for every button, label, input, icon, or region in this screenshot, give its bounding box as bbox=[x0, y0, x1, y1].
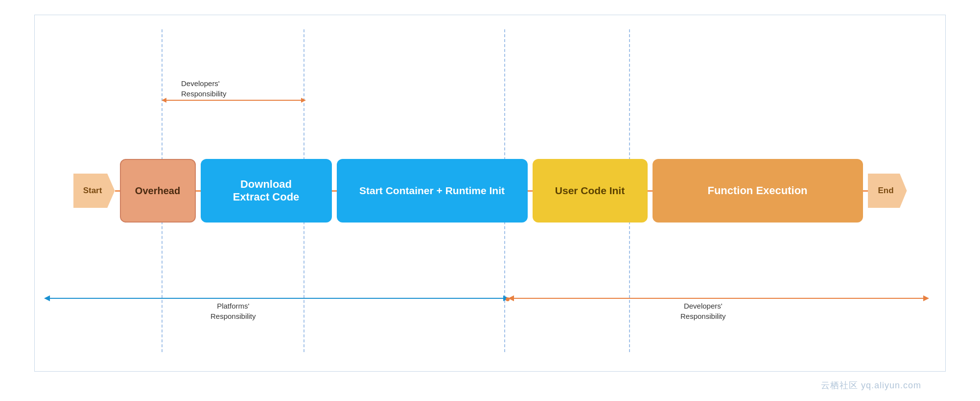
svg-marker-8 bbox=[923, 295, 929, 301]
border-top bbox=[34, 15, 946, 15]
connector-1 bbox=[115, 190, 120, 192]
connector-4 bbox=[528, 190, 533, 192]
connector-5 bbox=[648, 190, 653, 192]
bottom-developers-label: Developers' Responsibility bbox=[680, 301, 726, 321]
box-container: Start Container + Runtime Init bbox=[337, 159, 528, 223]
svg-marker-2 bbox=[301, 98, 306, 103]
diagram-container: Developers' Responsibility Start Overhea… bbox=[0, 0, 980, 401]
border-bottom bbox=[34, 371, 946, 372]
box-overhead: Overhead bbox=[120, 159, 196, 223]
start-arrow: Start bbox=[73, 174, 115, 208]
connector-6 bbox=[863, 190, 868, 192]
box-download: Download Extract Code bbox=[201, 159, 332, 223]
flow-row: Start Overhead Download Extract Code Sta… bbox=[0, 159, 980, 223]
svg-marker-1 bbox=[162, 98, 166, 103]
connector-2 bbox=[196, 190, 201, 192]
top-developers-label: Developers' Responsibility bbox=[181, 78, 227, 99]
svg-marker-7 bbox=[508, 295, 514, 301]
watermark: 云栖社区 yq.aliyun.com bbox=[821, 379, 921, 391]
box-function: Function Execution bbox=[653, 159, 863, 223]
bottom-platforms-arrow bbox=[44, 293, 509, 303]
connector-3 bbox=[332, 190, 337, 192]
bottom-platforms-label: Platforms' Responsibility bbox=[210, 301, 256, 321]
svg-marker-4 bbox=[44, 295, 50, 301]
end-arrow: End bbox=[868, 174, 907, 208]
box-usercode: User Code Init bbox=[533, 159, 648, 223]
